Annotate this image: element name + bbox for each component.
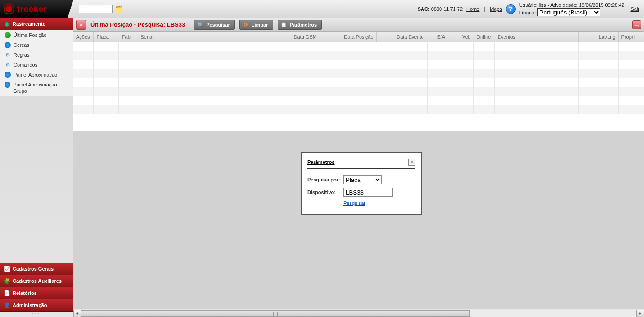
sidebar-cat-label: Cadastros Auxiliares [13,278,62,284]
gear-icon: ⚙ [5,62,11,68]
col-serial[interactable]: Serial [138,32,259,42]
tracking-icon: ◉ [4,21,10,27]
scroll-left-button[interactable]: ◄ [73,310,81,317]
col-data-posicao[interactable]: Data Posição [320,32,377,42]
grid-row [73,78,644,87]
globe-icon [5,42,11,48]
dialog-title: Parâmetros [307,159,335,165]
language-select[interactable]: Português (Brasil) [537,8,600,16]
content-toolbar: « Última Posição - Pesquisa: LBS33 🔍 Pes… [73,18,644,32]
user-label: Usuário: [519,2,538,8]
sidebar-item-label: Última Posição [14,32,46,38]
col-online[interactable]: Online [473,32,495,42]
header-bar: tracker 🗂️ SAC: 0800 11 71 72 Home | Map… [0,0,644,18]
pesquisar-button[interactable]: 🔍 Pesquisar [194,20,235,30]
scroll-right-button[interactable]: ► [636,310,644,317]
button-label: Pesquisar [206,22,230,27]
user-ativo: - Ativo desde: [548,2,578,8]
sidebar-bottom: 📈 Cadastros Gerais 🧩 Cadastros Auxiliare… [0,263,73,312]
grid: Ações Placa Fab Serial Data GSM Data Pos… [73,32,644,131]
brand-text: tracker [17,5,47,14]
dialog-pesquisar-link[interactable]: Pesquisar [343,200,415,206]
col-fab[interactable]: Fab [119,32,138,42]
sidebar-cat-label: Administração [13,303,47,308]
grid-body [73,42,644,114]
col-data-evento[interactable]: Data Evento [377,32,427,42]
logout-link[interactable]: Sair [630,6,639,12]
col-sa[interactable]: S/A [427,32,448,42]
grid-row [73,51,644,60]
grid-row [73,60,644,69]
admin-icon: 👤 [4,302,10,308]
col-data-gsm[interactable]: Data GSM [259,32,320,42]
sidebar-item-label: Regras [14,52,29,58]
separator: | [484,6,485,12]
user-block: Usuário: lbs - Ativo desde: 18/06/2015 0… [519,2,625,16]
col-eventos[interactable]: Eventos [495,32,579,42]
sidebar-item-label: Cercas [14,42,29,48]
parametros-dialog: Parâmetros ✕ Pesquisa por: Placa Disposi… [301,152,422,215]
horizontal-scrollbar[interactable]: ◄ ► [73,309,644,317]
sidebar-item-ultima-posicao[interactable]: Última Posição [0,30,73,40]
search-icon: 🔍 [197,22,203,28]
sidebar-cat-cadastros-gerais[interactable]: 📈 Cadastros Gerais [0,263,73,275]
params-icon: 📋 [281,22,287,28]
sidebar-cat-label: Cadastros Gerais [13,266,54,272]
col-acoes[interactable]: Ações [73,32,94,42]
dispositivo-input[interactable] [343,188,393,197]
button-label: Parâmetros [290,22,317,27]
clear-icon: ↺ [243,22,249,28]
pesquisa-por-label: Pesquisa por: [307,177,343,182]
globe-icon [5,72,11,78]
col-placa[interactable]: Placa [94,32,119,42]
sidebar-cat-cadastros-auxiliares[interactable]: 🧩 Cadastros Auxiliares [0,275,73,287]
sac-label: SAC: 0800 11 71 72 [418,6,463,12]
globe-icon [5,32,11,38]
brand-block: tracker [0,0,73,18]
sidebar-item-painel-aprox[interactable]: Painel Aproximação [0,70,73,80]
col-vel[interactable]: Vel. [448,32,473,42]
pesquisa-por-select[interactable]: Placa [343,175,382,184]
sidebar-item-label: Comandos [14,62,37,68]
sidebar-cat-administracao[interactable]: 👤 Administração [0,299,73,312]
collapse-up-button[interactable]: ︽ [632,20,641,29]
sidebar-collapse-handle[interactable]: ::::::: [0,312,73,317]
org-tree-icon[interactable]: 🗂️ [115,5,122,13]
sidebar-cat-rastreamento[interactable]: ◉ Rastreamento [0,18,73,30]
page-title: Última Posição - Pesquisa: LBS33 [90,21,185,28]
sidebar-item-regras[interactable]: ⚙ Regras [0,50,73,60]
grid-row [73,87,644,96]
sidebar-cat-relatorios[interactable]: 📄 Relatórios [0,287,73,299]
header-right: SAC: 0800 11 71 72 Home | Mapa ? Usuário… [418,2,644,16]
folder-icon: 🧩 [4,278,10,284]
gear-icon: ⚙ [5,52,11,58]
sidebar-item-label: Painel Aproximação [14,72,57,78]
sidebar-item-painel-aprox-grupo[interactable]: Painel Aproximação Grupo [0,80,73,96]
home-link[interactable]: Home [466,6,479,12]
dialog-header: Parâmetros ✕ [307,158,415,169]
scroll-thumb[interactable] [81,310,470,317]
grid-row [73,69,644,78]
parametros-button[interactable]: 📋 Parâmetros [278,20,322,30]
sidebar: ◉ Rastreamento Última Posição Cercas ⚙ R… [0,18,73,317]
sidebar-item-comandos[interactable]: ⚙ Comandos [0,60,73,70]
button-label: Limpar [252,22,268,27]
col-propri[interactable]: Propri [619,32,644,42]
help-icon[interactable]: ? [506,4,516,14]
sidebar-item-cercas[interactable]: Cercas [0,40,73,50]
globe-icon [5,82,10,88]
limpar-button[interactable]: ↺ Limpar [239,20,273,30]
sidebar-item-label: Painel Aproximação Grupo [13,82,69,94]
report-icon: 📄 [4,290,10,296]
scroll-track[interactable] [81,310,636,317]
lingua-label: Língua: [519,10,536,15]
collapse-left-button[interactable]: « [76,20,86,30]
col-latlng[interactable]: Lat/Lng [579,32,619,42]
dialog-close-button[interactable]: ✕ [408,158,415,166]
grid-row [73,96,644,105]
mapa-link[interactable]: Mapa [490,6,502,12]
sidebar-items: Última Posição Cercas ⚙ Regras ⚙ Comando… [0,30,73,96]
header-search-input[interactable] [79,5,113,13]
brand-logo-icon [4,4,14,14]
sidebar-cat-label: Rastreamento [13,21,45,27]
